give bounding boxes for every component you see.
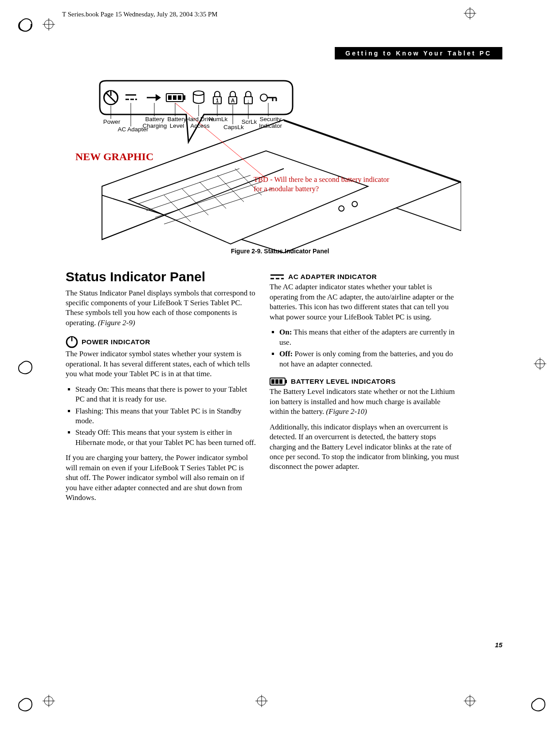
callout-security: Security Indicator: [257, 116, 284, 130]
svg-rect-76: [275, 379, 278, 384]
power-indicator-after: If you are charging your battery, the Po…: [66, 453, 256, 503]
svg-point-11: [44, 697, 53, 705]
callout-battery-level: Battery Level: [167, 116, 187, 130]
note-tbd: TBD - Will there be a second battery ind…: [254, 175, 396, 193]
ac-adapter-icon: [270, 273, 285, 281]
svg-point-31: [352, 201, 357, 207]
list-item: Steady On: This means that there is powe…: [75, 385, 256, 405]
list-item: On: This means that either of the adapte…: [279, 327, 460, 347]
list-item: Flashing: This means that your Tablet PC…: [75, 406, 256, 426]
page-number: 15: [495, 641, 502, 649]
heading-power-indicator: POWER INDICATOR: [66, 336, 256, 348]
svg-rect-77: [279, 379, 282, 384]
callout-scrlk: ScrLk: [241, 119, 257, 126]
callout-power: Power: [103, 119, 121, 126]
heading-ac-adapter-text: AC ADAPTER INDICATOR: [288, 272, 377, 281]
battery-level-para2: Additionally, this indicator displays wh…: [270, 422, 460, 472]
svg-point-14: [257, 697, 266, 705]
section-band: Getting to Know Your Tablet PC: [335, 47, 502, 59]
page-title: Status Indicator Panel: [66, 268, 256, 286]
figure-caption: Figure 2-9. Status Indicator Panel: [0, 248, 560, 255]
svg-text:A: A: [231, 98, 235, 104]
note-new-graphic: NEW GRAPHIC: [75, 151, 153, 163]
right-column: AC ADAPTER INDICATOR The AC adapter indi…: [270, 268, 460, 508]
list-item: Steady Off: This means that your system …: [75, 428, 256, 448]
power-indicator-icon: [66, 336, 78, 348]
ac-adapter-bullets: On: This means that either of the adapte…: [270, 327, 460, 369]
left-column: Status Indicator Panel The Status Indica…: [66, 268, 256, 508]
svg-rect-44: [173, 95, 176, 100]
svg-rect-75: [271, 379, 274, 384]
svg-rect-43: [168, 95, 172, 100]
heading-ac-adapter: AC ADAPTER INDICATOR: [270, 272, 460, 281]
running-header: T Series.book Page 15 Wednesday, July 28…: [62, 11, 218, 18]
callout-battery-charging: Battery Charging: [142, 116, 168, 130]
svg-text:↓: ↓: [247, 98, 250, 104]
power-indicator-bullets: Steady On: This means that there is powe…: [66, 385, 256, 448]
battery-level-para1: The Battery Level indicators state wheth…: [270, 387, 460, 417]
heading-battery-level-text: BATTERY LEVEL INDICATORS: [291, 377, 396, 386]
svg-rect-42: [183, 96, 185, 99]
svg-point-5: [466, 9, 474, 18]
callout-numlk: NumLk: [208, 116, 228, 123]
heading-power-indicator-text: POWER INDICATOR: [82, 338, 150, 346]
power-indicator-para: The Power indicator symbol states whethe…: [66, 349, 256, 379]
svg-point-8: [536, 359, 544, 368]
svg-point-2: [44, 20, 53, 29]
svg-point-30: [339, 206, 344, 211]
svg-rect-74: [285, 380, 287, 383]
svg-point-17: [466, 697, 474, 705]
svg-text:1: 1: [216, 98, 219, 104]
svg-rect-45: [178, 95, 181, 100]
heading-battery-level: BATTERY LEVEL INDICATORS: [270, 377, 460, 386]
intro-para: The Status Indicator Panel displays symb…: [66, 288, 256, 328]
list-item: Off: Power is only coming from the batte…: [279, 349, 460, 369]
battery-level-icon: [270, 377, 287, 386]
callout-capslk: CapsLk: [223, 124, 243, 131]
ac-adapter-para: The AC adapter indicator states whether …: [270, 282, 460, 322]
